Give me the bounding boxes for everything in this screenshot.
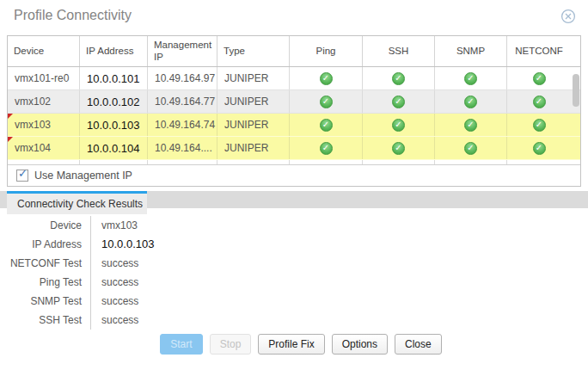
table-header-row: Device IP Address Management IP Type Pin… bbox=[8, 36, 580, 67]
green-check-icon bbox=[320, 72, 333, 85]
cell-ssh-status[interactable] bbox=[363, 114, 435, 136]
detail-value: success bbox=[90, 311, 574, 330]
table-row[interactable]: vmx101-re0 10.0.0.101 10.49.164.97 JUNIP… bbox=[8, 67, 580, 90]
green-check-icon bbox=[533, 96, 546, 108]
dialog-button-bar: Start Stop Profile Fix Options Close bbox=[0, 334, 588, 355]
table-row[interactable]: vmx102 10.0.0.102 10.49.164.77 JUNIPER bbox=[8, 90, 580, 114]
green-check-icon bbox=[320, 96, 333, 108]
green-check-icon bbox=[320, 142, 333, 155]
detail-value: success bbox=[90, 292, 574, 311]
cell-type[interactable]: JUNIPER bbox=[217, 67, 290, 89]
green-check-icon bbox=[533, 119, 546, 132]
cell-ping-status[interactable] bbox=[290, 114, 363, 136]
cell-type[interactable]: JUNIPER bbox=[217, 90, 290, 113]
profile-connectivity-dialog: Profile Connectivity Device IP Address M… bbox=[0, 0, 588, 370]
cell-device[interactable]: vmx104 bbox=[8, 137, 80, 159]
green-check-icon bbox=[392, 72, 405, 85]
cell-ip-address[interactable]: 10.0.0.104 bbox=[80, 137, 148, 159]
green-check-icon bbox=[464, 96, 477, 108]
cell-snmp-status[interactable] bbox=[435, 114, 507, 136]
device-connectivity-table: Device IP Address Management IP Type Pin… bbox=[7, 35, 581, 187]
column-header-management-ip[interactable]: Management IP bbox=[148, 36, 217, 66]
vertical-scrollbar[interactable] bbox=[573, 74, 579, 107]
detail-label: SSH Test bbox=[7, 311, 90, 330]
cell-ip-address[interactable]: 10.0.0.101 bbox=[80, 67, 148, 89]
cell-device[interactable]: vmx103 bbox=[8, 114, 80, 136]
profile-fix-button[interactable]: Profile Fix bbox=[258, 334, 324, 355]
cell-management-ip[interactable]: 10.49.164.97 bbox=[148, 67, 217, 89]
cell-ping-status[interactable] bbox=[290, 67, 363, 89]
close-icon[interactable] bbox=[560, 9, 576, 24]
green-check-icon bbox=[392, 142, 405, 155]
table-row-selected[interactable]: vmx104 10.0.0.104 10.49.164.... JUNIPER bbox=[8, 137, 580, 160]
column-header-ip-address[interactable]: IP Address bbox=[80, 36, 148, 66]
cell-device[interactable]: vmx101-re0 bbox=[8, 67, 80, 89]
green-check-icon bbox=[464, 119, 477, 132]
detail-row: NETCONF Test success bbox=[7, 254, 574, 273]
cell-ip-address[interactable]: 10.0.0.102 bbox=[80, 90, 148, 113]
cell-management-ip[interactable]: 10.49.164.77 bbox=[148, 90, 217, 113]
cell-netconf-status[interactable] bbox=[507, 90, 571, 113]
cell-snmp-status[interactable] bbox=[435, 137, 507, 159]
detail-value: 10.0.0.103 bbox=[90, 235, 574, 254]
detail-label: Ping Test bbox=[7, 273, 90, 292]
options-button[interactable]: Options bbox=[332, 334, 388, 355]
cell-management-ip[interactable]: 10.49.164.74 bbox=[148, 114, 217, 136]
cell-netconf-status[interactable] bbox=[507, 114, 571, 136]
green-check-icon bbox=[533, 72, 546, 85]
checkmark-icon: ✓ bbox=[18, 167, 28, 180]
detail-value: vmx103 bbox=[90, 216, 574, 235]
column-header-netconf[interactable]: NETCONF bbox=[507, 36, 571, 66]
cell-type[interactable]: JUNIPER bbox=[217, 137, 290, 159]
connectivity-check-results-panel: Device vmx103 IP Address 10.0.0.103 NETC… bbox=[7, 216, 574, 330]
use-management-ip-checkbox[interactable]: ✓ bbox=[16, 170, 28, 182]
detail-value: success bbox=[90, 254, 574, 273]
cell-type[interactable]: JUNIPER bbox=[217, 114, 290, 136]
detail-label: IP Address bbox=[7, 235, 90, 254]
dialog-title: Profile Connectivity bbox=[14, 8, 132, 23]
cell-ping-status[interactable] bbox=[290, 90, 363, 113]
detail-value: success bbox=[90, 273, 574, 292]
detail-row: Device vmx103 bbox=[7, 216, 574, 235]
detail-row: Ping Test success bbox=[7, 273, 574, 292]
green-check-icon bbox=[464, 72, 477, 85]
detail-row: IP Address 10.0.0.103 bbox=[7, 235, 574, 254]
tab-strip: Connectivity Check Results bbox=[0, 191, 588, 208]
green-check-icon bbox=[464, 142, 477, 155]
cell-ssh-status[interactable] bbox=[363, 137, 435, 159]
detail-row: SSH Test success bbox=[7, 311, 574, 330]
cell-device[interactable]: vmx102 bbox=[8, 90, 80, 113]
stop-button[interactable]: Stop bbox=[210, 334, 252, 355]
detail-label: Device bbox=[7, 216, 90, 235]
cell-snmp-status[interactable] bbox=[435, 90, 507, 113]
green-check-icon bbox=[533, 142, 546, 155]
cell-netconf-status[interactable] bbox=[507, 137, 571, 159]
close-button[interactable]: Close bbox=[395, 334, 442, 355]
column-header-device[interactable]: Device bbox=[8, 36, 80, 66]
cell-netconf-status[interactable] bbox=[507, 67, 571, 89]
column-header-ping[interactable]: Ping bbox=[290, 36, 363, 66]
use-management-ip-label: Use Management IP bbox=[34, 170, 132, 182]
cell-management-ip[interactable]: 10.49.164.... bbox=[148, 137, 217, 159]
dialog-titlebar: Profile Connectivity bbox=[0, 0, 588, 34]
grid-footer-toolbar: ✓ Use Management IP bbox=[8, 164, 580, 186]
tab-connectivity-check-results[interactable]: Connectivity Check Results bbox=[7, 191, 147, 214]
green-check-icon bbox=[392, 119, 405, 132]
column-header-ssh[interactable]: SSH bbox=[363, 36, 435, 66]
green-check-icon bbox=[320, 119, 333, 132]
detail-row: SNMP Test success bbox=[7, 292, 574, 311]
cell-ssh-status[interactable] bbox=[363, 67, 435, 89]
green-check-icon bbox=[392, 96, 405, 108]
cell-snmp-status[interactable] bbox=[435, 67, 507, 89]
cell-ssh-status[interactable] bbox=[363, 90, 435, 113]
table-row-selected[interactable]: vmx103 10.0.0.103 10.49.164.74 JUNIPER bbox=[8, 114, 580, 137]
cell-ip-address[interactable]: 10.0.0.103 bbox=[80, 114, 148, 136]
tab-label: Connectivity Check Results bbox=[17, 198, 143, 210]
detail-label: NETCONF Test bbox=[7, 254, 90, 273]
detail-label: SNMP Test bbox=[7, 292, 90, 311]
column-header-snmp[interactable]: SNMP bbox=[435, 36, 507, 66]
cell-ping-status[interactable] bbox=[290, 137, 363, 159]
start-button[interactable]: Start bbox=[160, 334, 202, 355]
column-header-type[interactable]: Type bbox=[217, 36, 290, 66]
